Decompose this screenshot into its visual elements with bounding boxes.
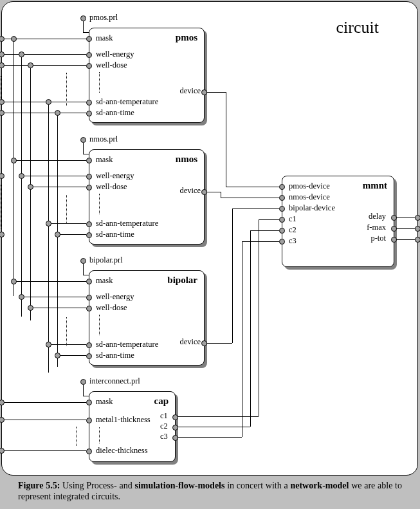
wire: [232, 208, 233, 343]
bipolar-prl-label: bipolar.prl: [89, 255, 123, 265]
module-bipolar: bipolar mask well-energy well-dose sd-an…: [89, 270, 205, 366]
port-icon: [86, 174, 92, 180]
module-title: bipolar: [167, 275, 197, 286]
ellipsis-icon: [1, 185, 1, 228]
wire: [242, 241, 242, 437]
ellipsis-icon: [66, 317, 68, 346]
port-label: sd-ann-temperature: [96, 219, 158, 228]
stage: circuit pmos.prl pmos mask well-energy w…: [0, 0, 420, 509]
wire: [21, 54, 22, 317]
ellipsis-icon: [99, 72, 100, 93]
port-icon: [172, 435, 178, 441]
edge-port-icon: [0, 173, 5, 179]
port-icon: [86, 279, 92, 284]
port-icon: [86, 63, 92, 69]
port-label: mask: [96, 33, 113, 43]
wire: [83, 385, 84, 396]
wire: [30, 65, 31, 320]
junction-icon: [11, 279, 17, 284]
port-icon: [86, 418, 92, 423]
figure-number: Figure 5.5:: [18, 481, 60, 490]
port-label: device: [176, 186, 201, 196]
port-label: c3: [289, 236, 297, 246]
junction-icon: [11, 158, 17, 163]
junction-icon: [19, 173, 24, 179]
edge-port-icon: [415, 226, 420, 232]
caption-keyword: network-model: [290, 481, 349, 490]
port-label: c2: [160, 421, 168, 431]
port-label: sd-ann-temperature: [96, 97, 158, 107]
junction-icon: [11, 36, 17, 42]
port-icon: [86, 36, 92, 42]
wire: [221, 198, 279, 198]
caption-text: Using Process- and: [62, 481, 134, 490]
port-icon: [86, 221, 92, 227]
junction-icon: [28, 305, 33, 311]
port-icon: [172, 414, 178, 420]
ellipsis-icon: [99, 427, 100, 443]
wire: [14, 39, 14, 296]
edge-port-icon: [415, 237, 420, 243]
edge-port-icon: [0, 417, 5, 423]
port-icon: [86, 306, 92, 311]
wire: [232, 208, 279, 209]
junction-icon: [28, 184, 33, 190]
port-label: mask: [96, 276, 113, 286]
wire: [206, 92, 226, 93]
junction-icon: [55, 353, 60, 358]
port-label: delay: [369, 212, 386, 221]
port-icon: [86, 158, 92, 163]
port-icon: [86, 353, 92, 359]
port-label: nmos-device: [289, 192, 330, 202]
wire: [21, 297, 86, 297]
port-label: device: [176, 86, 201, 96]
port-icon: [279, 239, 285, 245]
module-title: cap: [154, 396, 169, 407]
module-cap: cap mask metal1-thickness dielec-thickne…: [89, 391, 176, 462]
junction-icon: [46, 99, 51, 105]
port-icon: [86, 342, 92, 348]
wire: [21, 176, 86, 176]
wire: [57, 113, 58, 367]
port-icon: [279, 195, 285, 201]
ellipsis-icon: [99, 194, 100, 214]
pmos-prl-label: pmos.prl: [89, 13, 118, 23]
port-label: well-energy: [96, 292, 134, 302]
port-label: metal1-thickness: [96, 415, 151, 425]
port-label: mask: [96, 397, 113, 407]
port-label: well-energy: [96, 50, 134, 59]
diagram-frame: circuit pmos.prl pmos mask well-energy w…: [1, 1, 418, 476]
ellipsis-icon: [76, 427, 77, 446]
wire: [2, 54, 86, 55]
wire: [226, 187, 279, 187]
edge-port-icon: [0, 448, 5, 454]
port-label: device: [176, 337, 201, 347]
wire: [57, 355, 86, 356]
port-icon: [86, 111, 92, 116]
nmos-prl-label: nmos.prl: [89, 134, 118, 144]
port-label: well-dose: [96, 182, 127, 192]
caption-text: in concert with a: [224, 481, 290, 490]
diagram-title: circuit: [336, 18, 379, 37]
wire: [178, 437, 242, 438]
port-icon: [86, 232, 92, 238]
port-label: c3: [160, 432, 168, 441]
wire: [250, 230, 279, 231]
port-label: c2: [289, 225, 297, 235]
port-icon: [86, 185, 92, 190]
figure-caption: Figure 5.5: Using Process- and simulatio…: [0, 478, 420, 506]
port-label: pmos-device: [289, 181, 330, 191]
module-title: nmos: [176, 154, 197, 165]
module-mmnt: mmnt pmos-device nmos-device bipolar-dev…: [282, 176, 394, 267]
wire: [2, 450, 86, 451]
port-label: bipolar-device: [289, 203, 335, 213]
port-label: c1: [289, 214, 297, 224]
wire: [259, 219, 279, 220]
wire: [2, 102, 86, 102]
port-label: sd-ann-time: [96, 351, 134, 360]
wire: [14, 281, 86, 282]
ellipsis-icon: [66, 195, 68, 224]
port-icon: [86, 52, 92, 58]
port-icon: [86, 295, 92, 301]
port-icon: [279, 217, 285, 223]
